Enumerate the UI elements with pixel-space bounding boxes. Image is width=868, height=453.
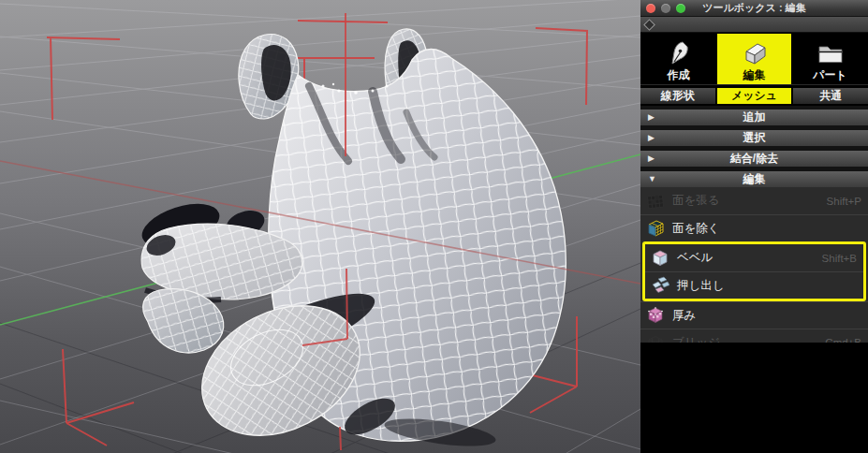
section-select-label: 選択	[640, 130, 868, 146]
menu-item-label: 押し出し	[677, 278, 725, 294]
tool-create[interactable]: 作成	[641, 34, 715, 84]
menu-item-bevel[interactable]: ベベル Shift+B	[645, 244, 863, 271]
viewport-canvas	[0, 0, 640, 453]
toolbox-window: ツールボックス : 編集 作成 編集	[640, 0, 868, 343]
highlighted-tools-box: ベベル Shift+B 押し出し	[642, 241, 866, 301]
tool-part-label: パート	[813, 68, 847, 81]
pen-nib-icon	[665, 38, 693, 68]
menu-item-bridge: ブリッジ Cmd+B	[640, 329, 868, 343]
bridge-cube-icon	[645, 333, 666, 343]
section-add[interactable]: ▶ 追加	[640, 110, 868, 125]
category-tabs: 線形状 メッシュ 共通	[640, 84, 868, 106]
window-title: ツールボックス : 編集	[640, 1, 868, 15]
window-substrip	[640, 17, 868, 33]
section-select[interactable]: ▶ 選択	[640, 130, 868, 146]
collapse-arrow-icon: ▶	[648, 110, 655, 125]
section-edit[interactable]: ▼ 編集	[640, 171, 868, 187]
section-headers: ▶ 追加 ▶ 選択 ▶ 結合/除去 ▼ 編集	[640, 106, 868, 187]
section-join-remove-label: 結合/除去	[640, 151, 868, 167]
thickness-cube-icon	[645, 306, 666, 325]
tool-edit-label: 編集	[743, 68, 766, 81]
expand-arrow-icon: ▼	[648, 171, 656, 187]
menu-item-shortcut: Cmd+B	[825, 337, 861, 343]
menu-item-label: ベベル	[677, 250, 713, 266]
tab-common[interactable]: 共通	[793, 88, 868, 104]
section-edit-label: 編集	[640, 171, 868, 187]
bevel-cube-icon	[650, 249, 670, 268]
section-add-label: 追加	[640, 110, 868, 125]
tool-mode-row: 作成 編集 パート	[640, 33, 868, 84]
tab-line-shape-label: 線形状	[661, 88, 695, 104]
eraser-icon	[740, 38, 770, 68]
tool-edit[interactable]: 編集	[717, 34, 791, 84]
tab-mesh-label: メッシュ	[731, 88, 777, 104]
folder-icon	[816, 38, 846, 68]
collapse-arrow-icon: ▶	[648, 130, 655, 146]
tab-line-shape[interactable]: 線形状	[640, 88, 715, 104]
menu-item-label: 面を除く	[672, 221, 720, 237]
remove-face-cube-icon	[645, 219, 666, 238]
grid-face-icon	[645, 192, 666, 211]
menu-item-fill-face: 面を張る Shift+P	[640, 187, 868, 214]
menu-item-extrude[interactable]: 押し出し	[645, 271, 863, 299]
menu-item-label: 厚み	[672, 308, 696, 324]
collapse-arrow-icon: ▶	[648, 151, 655, 167]
menu-item-label: ブリッジ	[672, 335, 720, 343]
diamond-widget-icon[interactable]	[643, 19, 655, 31]
tool-create-label: 作成	[668, 68, 690, 81]
section-join-remove[interactable]: ▶ 結合/除去	[640, 151, 868, 167]
menu-item-thickness[interactable]: 厚み	[640, 301, 868, 329]
extrude-faces-icon	[650, 276, 670, 295]
menu-item-shortcut: Shift+P	[827, 196, 861, 207]
tab-mesh[interactable]: メッシュ	[717, 88, 792, 104]
tool-part[interactable]: パート	[793, 34, 867, 84]
tab-common-label: 共通	[819, 88, 842, 104]
window-titlebar[interactable]: ツールボックス : 編集	[640, 0, 868, 17]
menu-item-shortcut: Shift+B	[822, 253, 857, 264]
edit-menu: 面を張る Shift+P 面を除く	[640, 187, 868, 343]
menu-item-label: 面を張る	[672, 193, 720, 209]
menu-item-remove-face[interactable]: 面を除く	[640, 214, 868, 241]
viewport-3d[interactable]	[0, 0, 640, 453]
